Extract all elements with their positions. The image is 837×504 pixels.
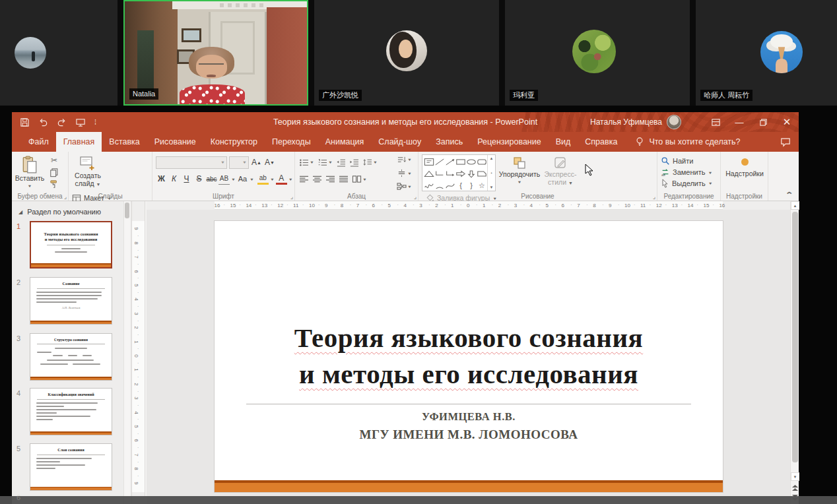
shape-star-icon[interactable]: ☆ <box>477 179 487 191</box>
tab-главная[interactable]: Главная <box>56 132 102 152</box>
numbering-button[interactable]: ▼ <box>317 156 333 168</box>
italic-button[interactable]: К <box>168 173 180 185</box>
align-left-button[interactable] <box>298 173 310 185</box>
shape-textbox-icon[interactable] <box>424 156 434 168</box>
strikethrough-button[interactable]: S <box>193 173 205 185</box>
decrease-indent-button[interactable] <box>335 156 347 168</box>
shape-scribble-icon[interactable] <box>424 179 434 191</box>
slide-author[interactable]: УФИМЦЕВА Н.В. <box>215 410 723 424</box>
comments-button[interactable] <box>780 132 791 152</box>
text-direction-button[interactable]: ▼ <box>396 154 413 166</box>
find-button[interactable]: Найти <box>661 156 713 167</box>
columns-button[interactable]: ▼ <box>351 173 368 185</box>
section-header[interactable]: ◢ Раздел по умолчанию <box>18 208 101 216</box>
shape-elbow-icon[interactable] <box>434 168 445 179</box>
shape-line-arrow-icon[interactable] <box>445 156 455 168</box>
char-spacing-button[interactable]: АВ <box>218 173 230 185</box>
shape-oval-icon[interactable] <box>466 156 477 168</box>
thumbnail-panel-scrollbar[interactable] <box>123 201 130 504</box>
shrink-font-button[interactable]: А▼ <box>264 156 275 168</box>
tab-рисование[interactable]: Рисование <box>147 132 203 152</box>
format-painter-icon[interactable] <box>50 179 59 189</box>
align-text-button[interactable]: ▼ <box>396 167 413 179</box>
dialog-launcher-icon[interactable]: ⌟ <box>64 193 67 200</box>
quick-styles-button[interactable]: Экспресс- стили ▼ <box>543 154 578 191</box>
customize-qat-icon[interactable]: ⁞ <box>94 118 96 126</box>
shape-arrow-right-icon[interactable] <box>455 168 466 179</box>
tell-me-box[interactable]: Что вы хотите сделать? <box>624 132 740 152</box>
participant-tile-natalia[interactable]: Natalia <box>123 0 308 106</box>
shape-triangle-icon[interactable] <box>424 168 434 179</box>
cut-icon[interactable]: ✂ <box>51 156 57 165</box>
font-name-combo[interactable]: ▼ <box>156 156 227 169</box>
start-slideshow-icon[interactable] <box>75 117 86 127</box>
select-button[interactable]: Выделить▼ <box>661 177 713 189</box>
align-right-button[interactable] <box>325 173 336 185</box>
arrange-button[interactable]: Упорядочить▼ <box>496 154 543 191</box>
dialog-launcher-icon[interactable]: ⌟ <box>653 193 655 200</box>
tab-запись[interactable]: Запись <box>428 132 470 152</box>
participant-tile-3[interactable]: 广外沙凯悦 <box>314 0 499 106</box>
copy-icon[interactable] <box>50 168 59 177</box>
scroll-up-icon[interactable]: ▲ <box>791 201 799 210</box>
dialog-launcher-icon[interactable]: ⌟ <box>414 193 417 200</box>
shape-arc-icon[interactable] <box>434 179 445 191</box>
ribbon-display-options-icon[interactable] <box>704 112 727 132</box>
shape-brace-right-icon[interactable]: } <box>466 179 477 191</box>
font-size-combo[interactable]: ▼ <box>229 156 249 169</box>
convert-smartart-button[interactable]: ▼ <box>396 180 413 192</box>
slide-thumbnail-4[interactable]: Классификация значений <box>30 388 112 435</box>
shapes-gallery[interactable]: {}☆ ▲•▼ <box>422 154 496 191</box>
replace-button[interactable]: abЗаменить▼ <box>661 167 713 178</box>
underline-button[interactable]: Ч <box>181 173 192 185</box>
slide-editor[interactable]: Теория языкового сознания и методы его и… <box>215 221 723 492</box>
tab-рецензирование[interactable]: Рецензирование <box>470 132 549 152</box>
tab-вид[interactable]: Вид <box>549 132 578 152</box>
shapes-gallery-scrollbar[interactable]: ▲•▼ <box>487 155 495 191</box>
participant-tile-5[interactable]: 哈师人 周耘竹 <box>696 0 837 106</box>
save-icon[interactable] <box>20 117 30 127</box>
participant-tile-4[interactable]: 玛利亚 <box>505 0 690 106</box>
slide-title[interactable]: Теория языкового сознания и методы его и… <box>221 320 716 393</box>
participant-tile-1[interactable] <box>0 0 117 106</box>
tab-слайд-шоу[interactable]: Слайд-шоу <box>371 132 428 152</box>
paste-button[interactable]: Вставить▼ <box>15 154 44 191</box>
line-spacing-button[interactable]: ▼ <box>362 156 378 168</box>
shape-brace-left-icon[interactable]: { <box>455 179 466 191</box>
change-case-button[interactable]: Аа <box>237 173 248 185</box>
grow-font-button[interactable]: А▲ <box>251 156 262 168</box>
justify-button[interactable] <box>338 173 349 185</box>
slide-thumbnail-1[interactable]: Теория языкового сознанияи методы его ис… <box>30 221 112 268</box>
account-chip[interactable]: Наталья Уфимцева <box>590 112 681 132</box>
tab-переходы[interactable]: Переходы <box>265 132 318 152</box>
close-button[interactable]: ✕ <box>775 112 799 132</box>
shape-line-icon[interactable] <box>434 156 445 168</box>
slide-affiliation[interactable]: МГУ ИМЕНИ М.В. ЛОМОНОСОВА <box>215 427 723 442</box>
bullets-button[interactable]: ▼ <box>298 156 315 168</box>
previous-slide-icon[interactable] <box>791 484 799 492</box>
increase-indent-button[interactable] <box>349 156 360 168</box>
align-center-button[interactable] <box>312 173 323 185</box>
new-slide-button[interactable]: Создать слайд ▼ <box>72 154 104 191</box>
tab-конструктор[interactable]: Конструктор <box>203 132 265 152</box>
tab-файл[interactable]: Файл <box>21 132 56 152</box>
slide-thumbnail-3[interactable]: Структура сознания <box>30 333 112 381</box>
shape-elbow-arrow-icon[interactable] <box>445 168 455 179</box>
addins-button[interactable]: Надстройки <box>724 154 765 191</box>
tab-анимация[interactable]: Анимация <box>318 132 372 152</box>
font-color-button[interactable]: А <box>276 173 287 185</box>
slide-thumbnail-2[interactable]: СознаниеА.Н. Леонтьев <box>30 277 112 325</box>
redo-icon[interactable] <box>57 117 67 127</box>
scrollbar-thumb[interactable] <box>792 212 798 462</box>
shape-rounded-rect-icon[interactable] <box>477 156 487 168</box>
text-shadow-button[interactable]: abc <box>206 173 217 185</box>
dialog-launcher-icon[interactable]: ⌟ <box>290 193 293 200</box>
shape-arrow-down-icon[interactable] <box>466 168 477 179</box>
tab-вставка[interactable]: Вставка <box>102 132 147 152</box>
bold-button[interactable]: Ж <box>156 173 167 185</box>
highlight-color-button[interactable]: ab <box>257 173 269 185</box>
collapse-ribbon-icon[interactable]: ⌃ <box>785 191 793 199</box>
tab-справка[interactable]: Справка <box>578 132 624 152</box>
shape-rect-icon[interactable] <box>455 156 466 168</box>
undo-icon[interactable] <box>38 117 48 127</box>
